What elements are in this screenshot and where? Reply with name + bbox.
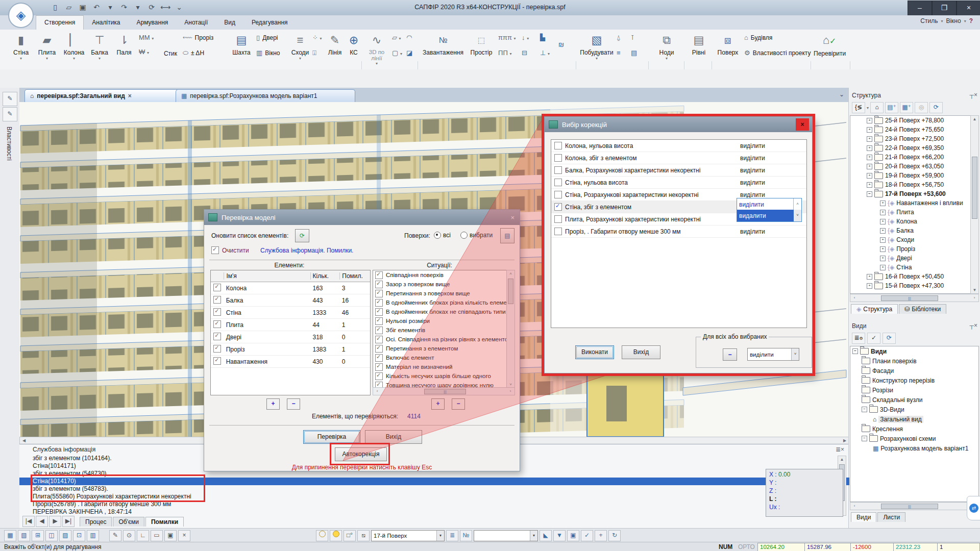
checkbox-icon[interactable] bbox=[554, 142, 562, 149]
correction-row[interactable]: Балка, Розрахункові характеристики некор… bbox=[551, 164, 806, 177]
tool-stairs[interactable]: ≡Сходи▾ bbox=[289, 32, 311, 61]
situation-row[interactable]: В однойменних блоках не співпадають типи… bbox=[373, 307, 507, 316]
expand-icon[interactable]: + bbox=[867, 136, 872, 142]
expand-icon[interactable]: + bbox=[880, 256, 886, 261]
window-caret-icon[interactable]: ▾ bbox=[964, 19, 966, 23]
refresh-views-icon[interactable]: ⟳ bbox=[883, 333, 896, 344]
situation-row[interactable]: В однойменних блоках різна кількість еле… bbox=[373, 298, 507, 307]
tool-dh[interactable]: ⬭± ΔН bbox=[183, 49, 204, 57]
service-info-link[interactable]: Службова інформація. Помилки. bbox=[260, 247, 353, 254]
properties-side-tab[interactable]: Властивості bbox=[6, 127, 13, 161]
checkbox-icon[interactable] bbox=[375, 299, 383, 307]
log-menu-icon[interactable]: ≣ bbox=[836, 446, 841, 453]
dialog-close-icon[interactable]: × bbox=[510, 214, 514, 221]
nav-first-icon[interactable]: |◀ bbox=[22, 516, 35, 527]
log-close-icon[interactable]: × bbox=[841, 446, 844, 453]
correction-action[interactable]: виділити bbox=[740, 155, 806, 162]
dynamic-load-icon[interactable]: ₪ bbox=[558, 41, 564, 48]
snap-toggle-icon[interactable]: ⊞ bbox=[32, 530, 44, 541]
expand-icon[interactable]: + bbox=[880, 210, 886, 215]
draw-tool-icon[interactable]: ∟ bbox=[137, 530, 149, 541]
tab-redahuvannia[interactable]: Редагування bbox=[243, 16, 296, 30]
checkbox-icon[interactable] bbox=[375, 281, 383, 288]
elements-add-button[interactable]: + bbox=[266, 398, 280, 410]
views-tree[interactable]: −Види Плани поверхів Фасади bbox=[850, 346, 979, 502]
transform-tool-icon[interactable]: + bbox=[595, 530, 607, 541]
tool-door[interactable]: ▯Двері bbox=[256, 34, 278, 41]
level-mark-icon[interactable]: ⍗ bbox=[312, 49, 316, 57]
scroll-up-icon[interactable]: ▲ bbox=[971, 116, 978, 122]
element-row[interactable]: Навантаження 430 0 bbox=[211, 356, 370, 368]
restore-button[interactable]: ❐ bbox=[932, 1, 957, 16]
tool-space[interactable]: ⬚Простір bbox=[468, 32, 495, 56]
structure-floor-row[interactable]: + 21-й Поверх +66,200 bbox=[850, 153, 971, 162]
expand-icon[interactable]: + bbox=[867, 145, 872, 151]
views-h-scrollbar[interactable]: ‹ ||| › bbox=[850, 502, 979, 510]
structure-child-row[interactable]: + {◈ Навантаження і впливи bbox=[850, 198, 971, 208]
checkbox-icon[interactable] bbox=[375, 372, 383, 380]
tab-list-caret-icon[interactable]: ⌄ bbox=[839, 91, 844, 98]
column-slab-icon[interactable]: ⍙ bbox=[617, 34, 621, 42]
correction-row[interactable]: Стіна, нульова висота виділити bbox=[551, 177, 806, 189]
views-folder-row[interactable]: Фасади bbox=[850, 366, 978, 375]
expand-icon[interactable]: + bbox=[867, 173, 872, 179]
nav-next-icon[interactable]: ▶ bbox=[49, 516, 61, 527]
transform-tool-icon[interactable]: ↻ bbox=[608, 530, 621, 541]
help-icon[interactable]: ? bbox=[969, 17, 973, 24]
retaining-icon[interactable]: ⊥ ▾ bbox=[540, 49, 550, 57]
transform-tool-icon[interactable]: ✓ bbox=[581, 530, 593, 541]
checkbox-icon[interactable] bbox=[554, 203, 562, 211]
tool-slab[interactable]: ▰Плита▾ bbox=[35, 32, 59, 61]
exit-button[interactable]: Вихід bbox=[365, 430, 422, 444]
draw-tool-icon[interactable]: ▣ bbox=[164, 530, 177, 541]
correction-action[interactable]: виділити bbox=[740, 228, 806, 235]
tab-analityka[interactable]: Аналітика bbox=[84, 16, 128, 30]
tool-joint[interactable]: Стик bbox=[159, 41, 182, 57]
snap-toggle-icon[interactable]: ▥ bbox=[87, 530, 99, 541]
checkbox-icon[interactable] bbox=[375, 271, 383, 279]
correction-action[interactable]: виділити bbox=[740, 167, 806, 174]
checkbox-icon[interactable] bbox=[375, 308, 383, 316]
remote-access-icon[interactable]: ⇄ bbox=[967, 496, 980, 520]
checkbox-icon[interactable] bbox=[213, 308, 221, 316]
spec-sheet-icon[interactable]: ▤ bbox=[631, 49, 637, 57]
selection-combo[interactable]: ▾ bbox=[474, 530, 538, 541]
tool-beam[interactable]: ⊤Балка▾ bbox=[88, 32, 111, 61]
tab-views[interactable]: Види bbox=[851, 512, 876, 522]
lamp-on-icon[interactable] bbox=[330, 530, 342, 541]
expand-icon[interactable]: + bbox=[867, 155, 872, 160]
snap-toggle-icon[interactable]: ▨ bbox=[59, 530, 71, 541]
structure-floor-row[interactable]: + 25-й Поверх +78,800 bbox=[850, 116, 971, 125]
log-tab-volumes[interactable]: Об'єми bbox=[113, 517, 144, 527]
correction-action[interactable]: виділити bbox=[740, 191, 806, 198]
situations-add-button[interactable]: + bbox=[431, 398, 445, 410]
minus-button[interactable]: − bbox=[723, 348, 737, 361]
expand-icon[interactable]: + bbox=[880, 228, 886, 234]
expand-icon[interactable]: + bbox=[880, 237, 886, 243]
structure-floor-row[interactable]: + 16-й Поверх +50,450 bbox=[850, 272, 971, 281]
structure-floor-row[interactable]: + 22-й Поверх +69,350 bbox=[850, 143, 971, 153]
dist-load-icon[interactable]: πππ ▾ bbox=[498, 34, 516, 41]
solid-icon[interactable]: ▢ ▾ bbox=[392, 49, 402, 57]
truck-load-icon[interactable]: ⊟ bbox=[522, 49, 527, 57]
tab-sheets[interactable]: Листи bbox=[877, 512, 905, 522]
expand-icon[interactable]: + bbox=[880, 201, 886, 206]
tool-pile[interactable]: ⇂Паля bbox=[113, 32, 135, 56]
situations-list[interactable]: Співпадіння поверхів Зазор з поверхом ви… bbox=[373, 270, 507, 388]
radio-select[interactable]: вибрати bbox=[460, 232, 493, 239]
structure-child-row[interactable]: + {◈ Проріз bbox=[850, 244, 971, 254]
tool-verify[interactable]: ⌂✓Перевірити bbox=[814, 32, 845, 57]
checkbox-icon[interactable] bbox=[375, 345, 383, 353]
tool-ks[interactable]: ⊕КС bbox=[345, 32, 362, 56]
tool-line[interactable]: ✎Лінія bbox=[325, 32, 345, 56]
elements-table[interactable]: Ім'я Кільк. Помил. Колона 163 3 Балка bbox=[210, 270, 371, 395]
transform-tool-icon[interactable]: ▼ bbox=[553, 530, 566, 541]
views-folder-schemes-row[interactable]: −Розрахункові схеми bbox=[850, 434, 978, 443]
tab-vyd[interactable]: Вид bbox=[216, 16, 243, 30]
close-panel-icon[interactable]: × bbox=[974, 322, 977, 329]
log-tab-process[interactable]: Процес bbox=[80, 517, 112, 527]
checkbox-icon[interactable] bbox=[554, 154, 562, 162]
structure-child-row[interactable]: + {◈ Колона bbox=[850, 217, 971, 226]
pin-icon[interactable]: ┬ bbox=[969, 322, 974, 329]
checkbox-icon[interactable] bbox=[213, 320, 221, 328]
